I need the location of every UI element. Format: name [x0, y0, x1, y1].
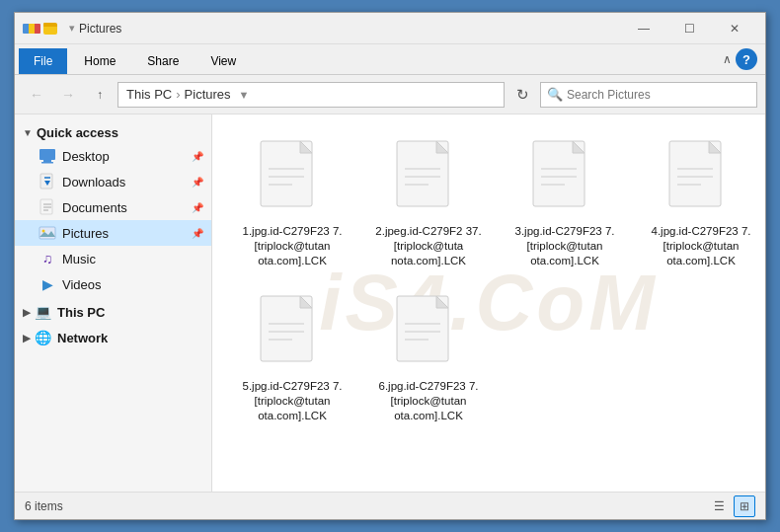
this-pc-icon: 💻 — [35, 304, 51, 320]
path-separator-1: › — [176, 87, 180, 102]
file-label: 3.jpg.id-C279F23 7.[triplock@tutan ota.c… — [507, 224, 622, 268]
close-button[interactable]: ✕ — [712, 13, 757, 44]
tab-file[interactable]: File — [19, 48, 67, 74]
pin-icon-pictures: 📌 — [192, 228, 203, 239]
forward-button[interactable]: → — [54, 82, 82, 108]
ribbon-collapse-btn[interactable]: ∧ — [723, 52, 732, 66]
file-icon — [393, 139, 464, 218]
sidebar-item-music-label: Music — [62, 252, 96, 266]
sidebar-item-desktop[interactable]: Desktop 📌 — [15, 143, 211, 169]
statusbar: 6 items ☰ ⊞ — [15, 492, 765, 519]
sidebar-item-downloads[interactable]: Downloads 📌 — [15, 169, 211, 194]
app-icon — [23, 24, 40, 34]
titlebar-icon-area — [23, 23, 57, 35]
svg-rect-10 — [39, 227, 55, 239]
sidebar-item-pictures[interactable]: Pictures 📌 — [15, 220, 211, 246]
files-grid: 1.jpg.id-C279F23 7.[triplock@tutan ota.c… — [228, 130, 749, 432]
this-pc-section: ▶ 💻 This PC — [15, 301, 211, 323]
address-path[interactable]: This PC › Pictures ▼ — [117, 82, 505, 108]
tab-share[interactable]: Share — [132, 48, 194, 74]
titlebar-controls: — ☐ ✕ — [621, 13, 757, 44]
videos-icon: ▶ — [39, 275, 56, 293]
file-label: 1.jpg.id-C279F23 7.[triplock@tutan ota.c… — [235, 224, 350, 268]
sidebar-item-music[interactable]: ♫ Music — [15, 246, 211, 271]
pin-icon-documents: 📌 — [192, 202, 203, 213]
file-label: 4.jpg.id-C279F23 7.[triplock@tutan ota.c… — [644, 224, 758, 268]
file-icon — [665, 139, 737, 218]
downloads-icon — [39, 173, 56, 190]
file-item[interactable]: 6.jpg.id-C279F23 7.[triplock@tutan ota.c… — [364, 285, 493, 432]
up-button[interactable]: ↑ — [86, 82, 114, 108]
svg-rect-2 — [41, 162, 53, 164]
quick-access-chevron: ▼ — [23, 127, 33, 138]
file-item[interactable]: 4.jpg.id-C279F23 7.[triplock@tutan ota.c… — [637, 130, 765, 277]
search-input[interactable] — [567, 88, 750, 102]
file-item[interactable]: 1.jpg.id-C279F23 7.[triplock@tutan ota.c… — [228, 130, 356, 277]
ribbon: File Home Share View ∧ ? — [15, 44, 765, 75]
file-label: 6.jpg.id-C279F23 7.[triplock@tutan ota.c… — [371, 379, 486, 423]
desktop-icon — [39, 147, 56, 165]
sidebar-item-pictures-label: Pictures — [62, 226, 109, 241]
quick-access-section: ▼ Quick access Desktop 📌 Download — [15, 122, 211, 297]
titlebar: ▾ Pictures — ☐ ✕ — [15, 13, 765, 44]
addressbar: ← → ↑ This PC › Pictures ▼ ↻ 🔍 — [15, 75, 765, 114]
sidebar: ▼ Quick access Desktop 📌 Download — [15, 114, 212, 492]
main-area: ▼ Quick access Desktop 📌 Download — [15, 114, 765, 492]
ribbon-extra: ∧ ? — [723, 48, 765, 70]
file-label: 5.jpg.id-C279F23 7.[triplock@tutan ota.c… — [235, 379, 350, 423]
folder-icon — [43, 23, 57, 35]
search-box[interactable]: 🔍 — [540, 82, 757, 108]
titlebar-title: Pictures — [79, 22, 621, 36]
file-explorer-window: ▾ Pictures — ☐ ✕ File Home Share View ∧ … — [14, 12, 766, 520]
item-count-label: 6 items — [25, 499, 63, 513]
file-icon — [393, 294, 464, 373]
grid-view-button[interactable]: ⊞ — [734, 495, 755, 517]
file-label: 2.jpeg.id-C279F2 37.[triplock@tuta nota.… — [371, 224, 486, 268]
network-chevron: ▶ — [23, 333, 31, 343]
tab-home[interactable]: Home — [69, 48, 130, 74]
this-pc-header[interactable]: ▶ 💻 This PC — [15, 301, 211, 323]
sidebar-item-desktop-label: Desktop — [62, 149, 110, 164]
minimize-button[interactable]: — — [621, 13, 666, 44]
quick-access-label: Quick access — [37, 125, 118, 140]
statusbar-view-controls: ☰ ⊞ — [708, 495, 755, 517]
file-icon — [257, 294, 328, 373]
file-item[interactable]: 5.jpg.id-C279F23 7.[triplock@tutan ota.c… — [228, 285, 356, 432]
list-view-button[interactable]: ☰ — [708, 495, 730, 517]
content-area: iS4.CoM 1.jpg.id-C279F23 7.[triplock@tut… — [212, 114, 765, 492]
pictures-icon — [39, 224, 56, 242]
pin-icon-downloads: 📌 — [192, 177, 203, 188]
pin-icon-desktop: 📌 — [192, 151, 203, 162]
music-icon: ♫ — [39, 250, 56, 267]
help-button[interactable]: ? — [736, 48, 757, 70]
sidebar-item-documents-label: Documents — [62, 200, 127, 215]
ribbon-tabs: File Home Share View — [15, 44, 723, 74]
quick-access-header[interactable]: ▼ Quick access — [15, 122, 211, 143]
titlebar-arrow: ▾ — [69, 22, 75, 35]
path-part-this-pc[interactable]: This PC — [126, 87, 172, 102]
this-pc-label: This PC — [57, 305, 105, 320]
svg-rect-0 — [39, 149, 55, 160]
documents-icon — [39, 198, 56, 216]
file-item[interactable]: 3.jpg.id-C279F23 7.[triplock@tutan ota.c… — [501, 130, 629, 277]
network-icon: 🌐 — [35, 330, 51, 345]
svg-rect-1 — [43, 160, 51, 162]
network-header[interactable]: ▶ 🌐 Network — [15, 327, 211, 348]
file-icon — [529, 139, 600, 218]
refresh-button[interactable]: ↻ — [508, 82, 536, 108]
sidebar-item-documents[interactable]: Documents 📌 — [15, 194, 211, 220]
path-dropdown-btn[interactable]: ▼ — [239, 89, 250, 101]
search-icon: 🔍 — [547, 87, 563, 102]
sidebar-item-videos[interactable]: ▶ Videos — [15, 271, 211, 297]
network-label: Network — [57, 331, 108, 345]
tab-view[interactable]: View — [195, 48, 251, 74]
maximize-button[interactable]: ☐ — [666, 13, 712, 44]
file-item[interactable]: 2.jpeg.id-C279F2 37.[triplock@tuta nota.… — [364, 130, 493, 277]
file-icon — [257, 139, 328, 218]
sidebar-item-downloads-label: Downloads — [62, 175, 125, 190]
back-button[interactable]: ← — [23, 82, 50, 108]
this-pc-chevron: ▶ — [23, 307, 31, 318]
network-section: ▶ 🌐 Network — [15, 327, 211, 348]
path-part-pictures[interactable]: Pictures — [185, 87, 231, 102]
sidebar-item-videos-label: Videos — [62, 277, 102, 292]
